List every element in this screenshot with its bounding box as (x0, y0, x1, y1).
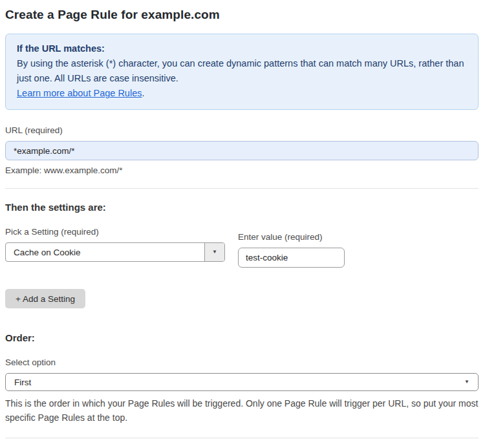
pick-setting-column: Pick a Setting (required) Cache on Cooki… (5, 227, 225, 262)
setting-select-arrow-button[interactable]: ▼ (204, 243, 224, 261)
setting-select-value: Cache on Cookie (6, 243, 204, 261)
settings-row: Pick a Setting (required) Cache on Cooki… (5, 227, 479, 268)
order-select[interactable]: First ▼ (5, 373, 479, 391)
chevron-down-icon: ▼ (464, 379, 469, 385)
info-box-heading: If the URL matches: (17, 41, 467, 56)
order-select-value: First (14, 378, 31, 387)
order-help-text: This is the order in which your Page Rul… (5, 396, 479, 425)
setting-select[interactable]: Cache on Cookie ▼ (5, 242, 225, 262)
enter-value-column: Enter value (required) (238, 232, 345, 268)
url-example-text: Example: www.example.com/* (5, 165, 479, 175)
page-title: Create a Page Rule for example.com (5, 8, 479, 22)
divider (5, 188, 479, 189)
url-input[interactable] (5, 141, 479, 160)
setting-value-input[interactable] (238, 248, 345, 268)
order-section-heading: Order: (5, 332, 479, 343)
add-setting-button[interactable]: + Add a Setting (5, 289, 85, 308)
enter-value-label: Enter value (required) (238, 232, 345, 242)
url-match-info-box: If the URL matches: By using the asteris… (5, 34, 479, 110)
chevron-down-icon: ▼ (212, 250, 217, 255)
info-box-body: By using the asterisk (*) character, you… (17, 56, 467, 86)
pick-setting-label: Pick a Setting (required) (5, 227, 225, 237)
info-box-link-line: Learn more about Page Rules. (17, 86, 467, 101)
learn-more-link[interactable]: Learn more about Page Rules (17, 88, 142, 98)
link-suffix: . (142, 88, 144, 98)
page-rule-form: Create a Page Rule for example.com If th… (0, 8, 485, 448)
divider (5, 438, 479, 438)
order-select-label: Select option (5, 357, 479, 367)
url-label: URL (required) (5, 125, 479, 135)
settings-section-heading: Then the settings are: (5, 202, 479, 213)
